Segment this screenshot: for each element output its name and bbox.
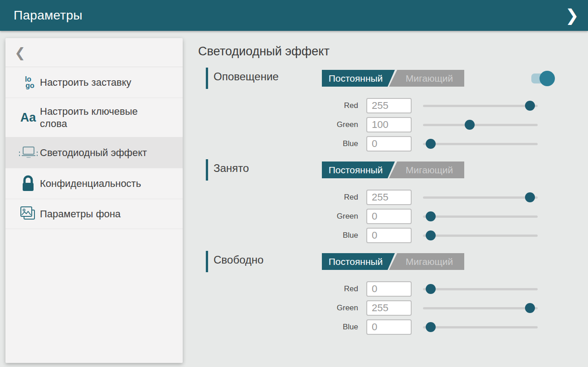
sidebar-item-privacy[interactable]: Конфиденциальность <box>5 168 183 199</box>
blue-value-input[interactable] <box>366 319 412 335</box>
sidebar-item-screensaver[interactable]: logo Настроить заставку <box>5 67 183 98</box>
background-images-icon <box>16 205 40 223</box>
app-header: Параметры ❯ <box>0 0 588 31</box>
slider-row-red: Red <box>198 98 561 113</box>
sidebar-item-label: Параметры фона <box>40 208 163 220</box>
mode-segmented-control: Мигающий Постоянный <box>322 161 464 178</box>
section-label: Оповещение <box>214 70 279 83</box>
section-accent-bar <box>206 68 208 89</box>
slider-row-blue: Blue <box>198 319 561 335</box>
slider-track <box>423 326 538 328</box>
slider-track <box>423 307 538 309</box>
slider-row-green: Green <box>198 117 561 132</box>
red-value-input[interactable] <box>366 190 412 205</box>
blue-value-input[interactable] <box>366 136 412 152</box>
slider-knob[interactable] <box>426 230 436 240</box>
slider-track <box>423 235 538 237</box>
blue-label: Blue <box>304 323 358 332</box>
green-slider[interactable] <box>423 117 538 132</box>
green-label: Green <box>304 212 358 221</box>
sidebar-item-led-effect[interactable]: Светодиодный эффект <box>5 137 183 168</box>
green-label: Green <box>304 303 358 313</box>
sidebar-item-background[interactable]: Параметры фона <box>5 199 183 229</box>
section-accent-bar <box>206 159 208 181</box>
section-label: Свободно <box>214 254 263 266</box>
notification-toggle-switch[interactable] <box>531 73 550 83</box>
slider-knob[interactable] <box>525 101 535 111</box>
slider-row-green: Green <box>198 300 561 316</box>
section-accent-bar <box>206 251 208 272</box>
section-label: Занято <box>214 162 249 175</box>
green-value-input[interactable] <box>366 117 412 132</box>
slider-knob[interactable] <box>426 322 436 332</box>
sidebar-item-label: Настроить ключевые слова <box>40 105 163 130</box>
slider-track <box>423 105 538 107</box>
section-notification: Оповещение Мигающий Постоянный Red Green <box>198 67 561 158</box>
red-slider[interactable] <box>423 281 538 297</box>
blue-slider[interactable] <box>423 228 538 243</box>
red-label: Red <box>304 284 358 294</box>
sidebar-back-button[interactable]: ❮ <box>5 38 183 67</box>
page-title: Параметры <box>14 8 83 23</box>
sidebar-item-label: Светодиодный эффект <box>40 147 163 159</box>
sidebar-item-label: Настроить заставку <box>40 76 163 88</box>
slider-track <box>423 215 538 218</box>
mode-segmented-control: Мигающий Постоянный <box>322 70 464 87</box>
slider-knob[interactable] <box>525 192 535 202</box>
blue-label: Blue <box>304 139 358 148</box>
red-value-input[interactable] <box>366 98 412 113</box>
blue-value-input[interactable] <box>366 228 412 243</box>
mode-solid-label: Постоянный <box>322 70 395 87</box>
mode-solid-label: Постоянный <box>322 161 395 178</box>
slider-knob[interactable] <box>426 211 436 221</box>
slider-knob[interactable] <box>465 120 475 130</box>
blue-label: Blue <box>304 231 358 240</box>
slider-track <box>423 124 538 126</box>
slider-row-blue: Blue <box>198 228 561 243</box>
switch-knob <box>539 71 555 86</box>
slider-track <box>423 143 538 145</box>
slider-track <box>423 196 538 199</box>
slider-knob[interactable] <box>426 284 436 294</box>
green-label: Green <box>304 120 358 129</box>
mode-solid-button[interactable]: Постоянный <box>322 70 395 87</box>
mode-blinking-label: Мигающий <box>394 253 464 270</box>
blue-slider[interactable] <box>423 136 538 152</box>
red-slider[interactable] <box>423 98 538 113</box>
red-label: Red <box>304 101 358 110</box>
red-label: Red <box>304 193 358 202</box>
settings-sidebar: ❮ logo Настроить заставку Aa Настроить к… <box>5 38 183 363</box>
settings-screen: Параметры ❯ ❮ logo Настроить заставку Aa… <box>0 0 588 367</box>
green-value-input[interactable] <box>366 300 412 316</box>
green-slider[interactable] <box>423 300 538 316</box>
slider-row-green: Green <box>198 209 561 224</box>
mode-blinking-label: Мигающий <box>394 70 464 87</box>
sidebar-item-keywords[interactable]: Aa Настроить ключевые слова <box>5 98 183 137</box>
red-slider[interactable] <box>423 190 538 205</box>
red-value-input[interactable] <box>366 281 412 297</box>
back-chevron-icon: ❮ <box>15 45 25 60</box>
content-title: Светодиодный эффект <box>198 44 330 59</box>
mode-solid-button[interactable]: Постоянный <box>322 253 395 270</box>
slider-knob[interactable] <box>426 139 436 149</box>
section-busy: Занято Мигающий Постоянный Red Green Blu… <box>198 159 561 250</box>
mode-blinking-label: Мигающий <box>394 161 464 178</box>
mode-solid-button[interactable]: Постоянный <box>322 161 395 178</box>
sidebar-item-label: Конфиденциальность <box>40 177 163 190</box>
mode-segmented-control: Мигающий Постоянный <box>322 253 464 270</box>
slider-knob[interactable] <box>525 303 535 313</box>
lock-icon <box>16 175 40 192</box>
slider-row-red: Red <box>198 190 561 205</box>
mode-solid-label: Постоянный <box>322 253 395 270</box>
green-slider[interactable] <box>423 209 538 224</box>
blue-slider[interactable] <box>423 319 538 335</box>
slider-track <box>423 288 538 290</box>
logo-icon: logo <box>16 76 40 89</box>
slider-row-blue: Blue <box>198 136 561 152</box>
keywords-aa-icon: Aa <box>16 111 40 125</box>
green-value-input[interactable] <box>366 209 412 224</box>
section-free: Свободно Мигающий Постоянный Red Green B… <box>198 250 561 341</box>
slider-row-red: Red <box>198 281 561 297</box>
led-monitor-icon <box>16 145 40 161</box>
forward-chevron-icon[interactable]: ❯ <box>565 7 579 24</box>
